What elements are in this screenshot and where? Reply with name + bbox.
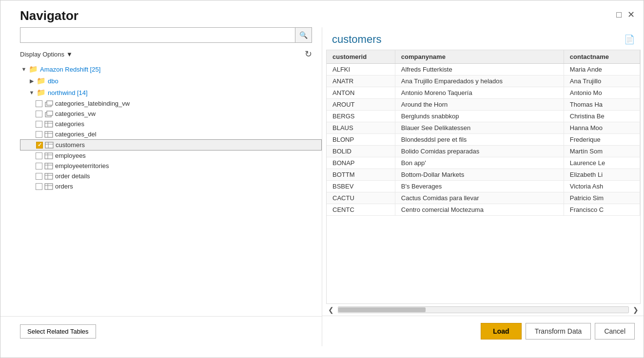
table-cell: Patricio Sim xyxy=(564,192,640,204)
minimize-icon[interactable]: □ xyxy=(616,10,622,19)
table-cell: Ana Trujillo Emparedados y helados xyxy=(395,75,564,87)
checkbox[interactable] xyxy=(36,131,42,138)
table-cell: BOTTM xyxy=(327,169,395,181)
checkbox[interactable] xyxy=(36,173,42,180)
table-cell: BERGS xyxy=(327,111,395,122)
table-cell: BOLID xyxy=(327,146,395,157)
tree-item-northwind[interactable]: ▼📁northwind [14] xyxy=(20,87,322,98)
data-table-scroll[interactable]: customeridcompanynamecontactname ALFKIAl… xyxy=(327,50,640,303)
tree-item-orders[interactable]: orders xyxy=(20,181,322,191)
tree-item-label: categories_latebinding_vw xyxy=(55,100,130,107)
left-panel: 🔍 Display Options ▼ ↻ ▼📁Amazon Redshift … xyxy=(0,27,322,346)
svg-rect-7 xyxy=(45,132,53,137)
table-row: CACTUCactus Comidas para llevarPatricio … xyxy=(327,192,640,204)
table-cell: Victoria Ash xyxy=(564,181,640,192)
display-options-button[interactable]: Display Options ▼ xyxy=(20,51,73,58)
table-cell: ANTON xyxy=(327,87,395,99)
tree-item-amazon[interactable]: ▼📁Amazon Redshift [25] xyxy=(20,63,322,75)
table-row: ANTONAntonio Moreno TaqueríaAntonio Mo xyxy=(327,87,640,99)
checkbox[interactable] xyxy=(36,100,42,107)
svg-rect-1 xyxy=(47,101,53,105)
table-row: BOTTMBottom-Dollar MarketsElizabeth Li xyxy=(327,169,640,181)
checkbox[interactable] xyxy=(36,121,42,128)
tree-item-label: categories_del xyxy=(55,131,97,138)
display-options-row: Display Options ▼ ↻ xyxy=(0,47,322,63)
refresh-button[interactable]: ↻ xyxy=(305,49,312,59)
tree-item-categories_latebinding_vw[interactable]: categories_latebinding_vw xyxy=(20,98,322,109)
tree-item-dbo[interactable]: ▶📁dbo xyxy=(20,75,322,87)
h-scroll-thumb[interactable] xyxy=(338,307,426,312)
close-icon[interactable]: ✕ xyxy=(627,10,635,19)
tree-item-employees[interactable]: employees xyxy=(20,151,322,161)
table-cell: B's Beverages xyxy=(395,181,564,192)
table-cell: BSBEV xyxy=(327,181,395,192)
load-label: Load xyxy=(493,327,509,335)
table-cell: Maria Ande xyxy=(564,64,640,75)
h-scroll-track[interactable] xyxy=(338,306,629,313)
load-button[interactable]: Load xyxy=(481,323,521,339)
tree-item-categories[interactable]: categories xyxy=(20,119,322,129)
svg-rect-4 xyxy=(45,121,53,127)
checkbox[interactable] xyxy=(36,111,42,117)
table-icon xyxy=(44,121,53,128)
tree-item-customers[interactable]: ✓ customers xyxy=(20,139,322,151)
svg-rect-3 xyxy=(47,111,53,115)
transform-data-button[interactable]: Transform Data xyxy=(526,323,591,339)
toggle-icon: ▼ xyxy=(28,90,36,95)
page-title: Navigator xyxy=(20,8,78,23)
table-cell: Ana Trujillo xyxy=(564,75,640,87)
table-cell: Antonio Mo xyxy=(564,87,640,99)
table-cell: Bolido Comidas preparadas xyxy=(395,146,564,157)
view-icon xyxy=(44,100,53,107)
search-input[interactable] xyxy=(20,27,295,43)
window: Navigator □ ✕ 🔍 Display Options ▼ xyxy=(0,0,644,358)
select-related-label: Select Related Tables xyxy=(27,328,89,335)
table-icon xyxy=(44,131,53,138)
table-cell: Hanna Moo xyxy=(564,122,640,134)
table-row: AROUTAround the HornThomas Ha xyxy=(327,99,640,111)
checkbox[interactable] xyxy=(36,163,42,170)
scroll-left-arrow[interactable]: ❮ xyxy=(326,306,336,314)
table-row: ANATRAna Trujillo Emparedados y heladosA… xyxy=(327,75,640,87)
tree-container[interactable]: ▼📁Amazon Redshift [25]▶📁dbo▼📁northwind [… xyxy=(0,63,322,316)
tree-item-label: order details xyxy=(55,172,90,180)
table-icon xyxy=(44,163,53,170)
select-related-tables-button[interactable]: Select Related Tables xyxy=(20,324,96,339)
table-row: BONAPBon app'Laurence Le xyxy=(327,157,640,169)
checkbox[interactable] xyxy=(36,183,42,190)
search-button[interactable]: 🔍 xyxy=(295,27,312,43)
main-layout: 🔍 Display Options ▼ ↻ ▼📁Amazon Redshift … xyxy=(0,27,644,346)
table-row: ALFKIAlfreds FutterkisteMaria Ande xyxy=(327,64,640,75)
table-cell: Martín Som xyxy=(564,146,640,157)
table-row: BSBEVB's BeveragesVictoria Ash xyxy=(327,181,640,192)
table-cell: Cactus Comidas para llevar xyxy=(395,192,564,204)
col-header-contactname: contactname xyxy=(564,50,640,64)
table-cell: Centro comercial Moctezuma xyxy=(395,204,564,216)
bottom-bar: Load Transform Data Cancel xyxy=(322,316,644,346)
export-icon[interactable]: 📄 xyxy=(624,34,635,45)
folder-icon: 📁 xyxy=(37,76,46,85)
table-cell: Thomas Ha xyxy=(564,99,640,111)
scroll-right-arrow[interactable]: ❯ xyxy=(631,306,641,314)
table-body: ALFKIAlfreds FutterkisteMaria AndeANATRA… xyxy=(327,64,640,216)
tree-item-categories_vw[interactable]: categories_vw xyxy=(20,109,322,119)
preview-header: customers 📄 xyxy=(322,27,644,50)
table-row: BLONPBlondesddsl pere et filsFrederique xyxy=(327,134,640,146)
checkbox[interactable] xyxy=(36,152,42,159)
table-cell: Francisco C xyxy=(564,204,640,216)
tree-item-label: northwind [14] xyxy=(48,89,88,96)
search-icon: 🔍 xyxy=(299,31,308,39)
preview-title: customers xyxy=(332,33,381,46)
toggle-icon: ▼ xyxy=(20,66,28,72)
cancel-button[interactable]: Cancel xyxy=(595,323,635,339)
refresh-icon: ↻ xyxy=(305,49,312,59)
tree-item-employeeterritories[interactable]: employeeterritories xyxy=(20,161,322,171)
col-header-companyname: companyname xyxy=(395,50,564,64)
table-cell: Bon app' xyxy=(395,157,564,169)
tree-item-label: employeeterritories xyxy=(55,162,109,170)
right-panel: customers 📄 customeridcompanynamecontact… xyxy=(322,27,644,346)
table-cell: BLAUS xyxy=(327,122,395,134)
tree-item-order_details[interactable]: order details xyxy=(20,171,322,181)
tree-item-categories_del[interactable]: categories_del xyxy=(20,129,322,139)
checkbox[interactable]: ✓ xyxy=(36,142,43,149)
